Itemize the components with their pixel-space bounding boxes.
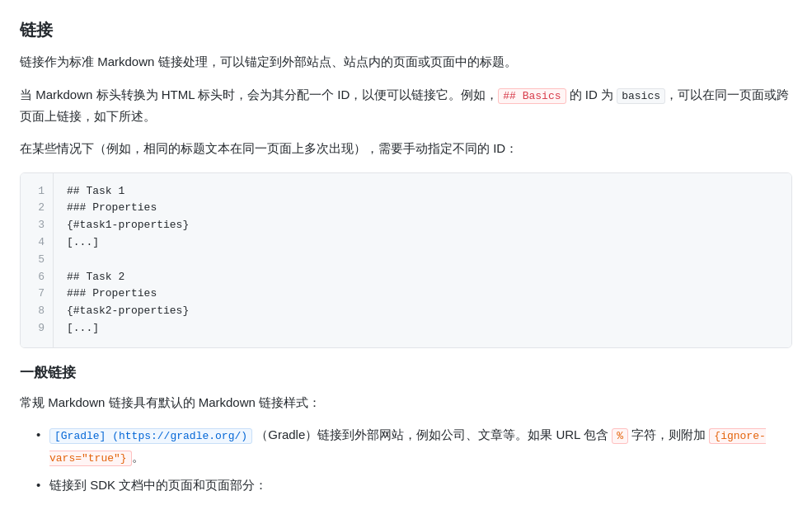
main-content: 链接 链接作为标准 Markdown 链接处理，可以锚定到外部站点、站点内的页面… xyxy=(0,0,812,505)
second-para-pre: 当 Markdown 标头转换为 HTML 标头时，会为其分配一个 ID，以便可… xyxy=(20,87,498,101)
basics-heading-code: ## Basics xyxy=(498,88,566,104)
third-paragraph: 在某些情况下（例如，相同的标题文本在同一页面上多次出现），需要手动指定不同的 I… xyxy=(20,138,792,159)
line-num-4: 4 xyxy=(21,234,53,252)
percent-code: % xyxy=(612,428,628,444)
code-line-8: {#task2-properties} xyxy=(67,303,778,320)
code-line-6: ## Task 2 xyxy=(67,269,778,286)
line-num-8: 8 xyxy=(21,303,53,320)
intro-text: 链接作为标准 Markdown 链接处理，可以锚定到外部站点、站点内的页面或页面… xyxy=(20,54,517,68)
line-num-1: 1 xyxy=(21,183,53,201)
bullet-1-end: 。 xyxy=(132,450,144,464)
code-line-2: ### Properties xyxy=(67,200,778,217)
line-num-5: 5 xyxy=(21,252,53,269)
code-block-wrapper: 1 2 3 4 5 6 7 8 9 ## Task 1 ### Properti… xyxy=(20,172,792,348)
line-num-7: 7 xyxy=(21,286,53,303)
code-line-1: ## Task 1 xyxy=(67,183,778,201)
line-numbers: 1 2 3 4 5 6 7 8 9 xyxy=(21,173,54,347)
code-block: 1 2 3 4 5 6 7 8 9 ## Task 1 ### Properti… xyxy=(21,173,791,347)
bullet-1-mid: （Gradle）链接到外部网站，例如公司、文章等。如果 URL 包含 xyxy=(256,427,612,441)
code-line-7: ### Properties xyxy=(67,286,778,303)
page-title: 链接 xyxy=(20,17,792,43)
list-item-2: 链接到 SDK 文档中的页面和页面部分： xyxy=(36,474,792,496)
code-line-4: [...] xyxy=(67,234,778,252)
code-line-5 xyxy=(67,252,778,269)
bullet-1-post: 字符，则附加 xyxy=(628,427,709,441)
line-num-9: 9 xyxy=(21,320,53,337)
intro-paragraph: 链接作为标准 Markdown 链接处理，可以锚定到外部站点、站点内的页面或页面… xyxy=(20,51,792,73)
code-lines: ## Task 1 ### Properties {#task1-propert… xyxy=(54,173,791,347)
line-num-2: 2 xyxy=(21,200,53,217)
second-paragraph: 当 Markdown 标头转换为 HTML 标头时，会为其分配一个 ID，以便可… xyxy=(20,84,792,127)
second-para-mid: 的 ID 为 xyxy=(566,87,617,101)
code-line-3: {#task1-properties} xyxy=(67,217,778,234)
bullet-2-text: 链接到 SDK 文档中的页面和页面部分： xyxy=(49,478,267,492)
code-line-9: [...] xyxy=(67,320,778,337)
line-num-3: 3 xyxy=(21,217,53,234)
gradle-link[interactable]: [Gradle] (https://gradle.org/) xyxy=(49,428,252,444)
list-item-1: [Gradle] (https://gradle.org/) （Gradle）链… xyxy=(36,424,792,467)
sub-section-intro: 常规 Markdown 链接具有默认的 Markdown 链接样式： xyxy=(20,392,792,413)
sub-section-title: 一般链接 xyxy=(20,361,792,384)
basics-id-code: basics xyxy=(617,88,665,104)
line-num-6: 6 xyxy=(21,269,53,286)
bullet-list: [Gradle] (https://gradle.org/) （Gradle）链… xyxy=(20,424,792,495)
